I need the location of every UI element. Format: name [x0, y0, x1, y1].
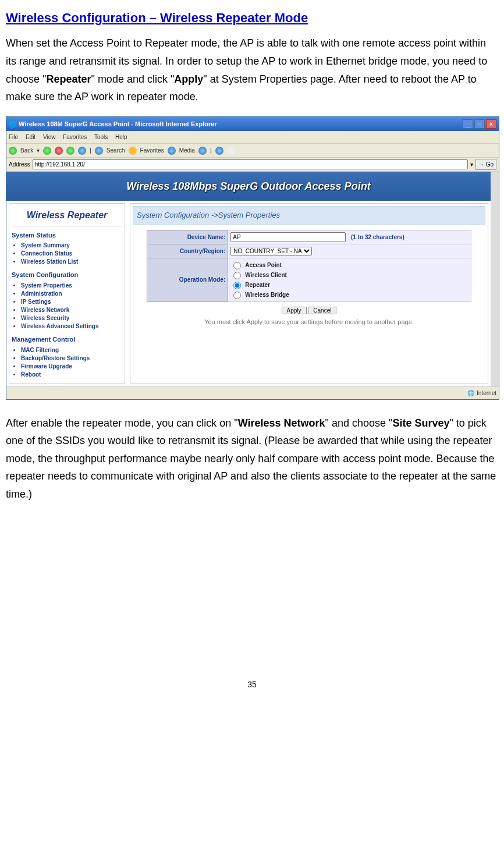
- nav-system-properties[interactable]: System Properties: [21, 282, 122, 290]
- breadcrumb: System Configuration ->System Properties: [133, 206, 485, 225]
- nav-mac-filtering[interactable]: MAC Filtering: [21, 346, 122, 354]
- menu-help[interactable]: Help: [115, 134, 127, 140]
- embedded-screenshot: 🌐 Wireless 108M SuperG Access Point - Mi…: [6, 116, 499, 400]
- home-icon[interactable]: [78, 147, 86, 155]
- product-banner: Wireless 108Mbps SuperG Outdoor Access P…: [6, 172, 491, 201]
- back-button[interactable]: Back: [20, 145, 33, 155]
- nav-reboot[interactable]: Reboot: [21, 371, 122, 379]
- intro-paragraph: When set the Access Point to Repeater mo…: [6, 34, 498, 105]
- radio-wireless-bridge[interactable]: [233, 292, 241, 299]
- status-bar: 🌐 Internet: [6, 386, 499, 399]
- nav-wireless-station-list[interactable]: Wireless Station List: [21, 258, 122, 266]
- page-number: 35: [6, 678, 498, 692]
- apply-button[interactable]: Apply: [282, 307, 307, 314]
- media-button[interactable]: Media: [179, 145, 195, 155]
- back-icon[interactable]: [9, 147, 17, 155]
- go-button[interactable]: → Go: [475, 159, 496, 170]
- internet-zone-icon: 🌐: [467, 388, 474, 398]
- apply-note: You must click Apply to save your settin…: [204, 317, 414, 328]
- nav-administration[interactable]: Administration: [21, 290, 122, 298]
- device-name-input[interactable]: [230, 232, 346, 242]
- history-icon[interactable]: [198, 147, 207, 155]
- refresh-icon[interactable]: [66, 147, 74, 155]
- mail-icon[interactable]: [215, 147, 223, 155]
- radio-repeater[interactable]: [233, 282, 241, 289]
- group-system-config: System Configuration: [12, 269, 122, 281]
- country-select[interactable]: NO_COUNTRY_SET - NA: [230, 247, 312, 255]
- nav-wireless-security[interactable]: Wireless Security: [21, 314, 122, 322]
- maximize-icon[interactable]: □: [474, 119, 485, 129]
- minimize-icon[interactable]: _: [463, 119, 473, 129]
- scrollbar[interactable]: [491, 172, 499, 386]
- nav-sidebar: Wireless Repeater System Status System S…: [9, 203, 125, 384]
- nav-firmware-upgrade[interactable]: Firmware Upgrade: [21, 363, 122, 371]
- nav-ip-settings[interactable]: IP Settings: [21, 298, 122, 306]
- radio-wireless-client[interactable]: [233, 272, 241, 279]
- country-label: Country/Region:: [147, 244, 228, 258]
- menu-tools[interactable]: Tools: [94, 134, 108, 140]
- nav-wireless-network[interactable]: Wireless Network: [21, 306, 122, 314]
- window-titlebar: 🌐 Wireless 108M SuperG Access Point - Mi…: [6, 117, 499, 132]
- group-system-status: System Status: [12, 230, 122, 241]
- address-label: Address: [9, 159, 30, 169]
- menu-favorites[interactable]: Favorites: [63, 134, 87, 140]
- favorites-icon[interactable]: [129, 147, 137, 155]
- url-input[interactable]: [33, 159, 468, 169]
- sidebar-title: Wireless Repeater: [12, 206, 122, 226]
- second-paragraph: After enable the repeater mode, you can …: [6, 414, 498, 503]
- favorites-button[interactable]: Favorites: [140, 145, 164, 155]
- operation-mode-label: Operation Mode:: [147, 258, 228, 301]
- device-name-hint: (1 to 32 characters): [351, 234, 404, 240]
- menu-file[interactable]: File: [9, 134, 18, 140]
- search-icon[interactable]: [95, 147, 103, 155]
- radio-access-point[interactable]: [233, 262, 241, 269]
- group-management: Management Control: [12, 334, 122, 345]
- forward-icon[interactable]: [43, 147, 51, 155]
- nav-connection-status[interactable]: Connection Status: [21, 250, 122, 258]
- main-panel: System Configuration ->System Properties…: [130, 203, 488, 384]
- print-icon[interactable]: [227, 147, 235, 155]
- page-title: Wireless Configuration – Wireless Repeat…: [6, 7, 498, 29]
- search-button[interactable]: Search: [107, 145, 125, 155]
- address-bar: Address ▾ → Go: [6, 158, 499, 172]
- device-name-label: Device Name:: [147, 230, 228, 244]
- stop-icon[interactable]: [55, 147, 63, 155]
- menu-bar: File Edit View Favorites Tools Help: [6, 131, 499, 144]
- menu-view[interactable]: View: [43, 134, 56, 140]
- nav-system-summary[interactable]: System Summary: [21, 242, 122, 250]
- nav-wireless-advanced[interactable]: Wireless Advanced Settings: [21, 322, 122, 331]
- cancel-button[interactable]: Cancel: [308, 307, 336, 314]
- close-icon[interactable]: ×: [486, 119, 496, 129]
- menu-edit[interactable]: Edit: [26, 134, 36, 140]
- ie-icon: 🌐: [9, 120, 19, 127]
- media-icon[interactable]: [168, 147, 176, 155]
- nav-backup-restore[interactable]: Backup/Restore Settings: [21, 354, 122, 363]
- browser-toolbar: Back ▾ | Search Favorites Media |: [6, 144, 499, 158]
